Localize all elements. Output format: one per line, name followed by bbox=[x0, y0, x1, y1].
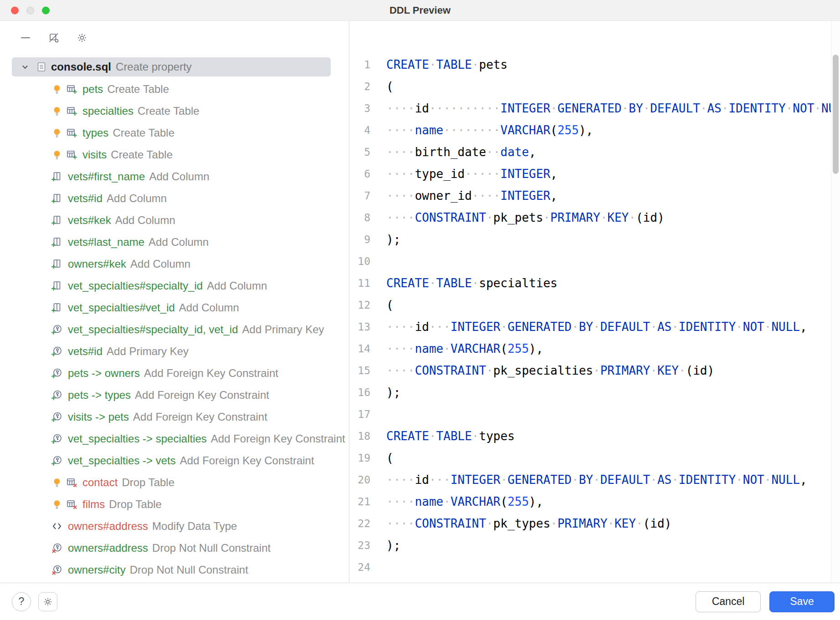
footer-left: ? bbox=[12, 592, 57, 611]
cancel-button[interactable]: Cancel bbox=[696, 591, 761, 612]
footer-settings-button[interactable] bbox=[38, 592, 57, 611]
minimize-panel-button[interactable] bbox=[17, 30, 34, 46]
tree-item[interactable]: vet_specialties#specialty_id, vet_idAdd … bbox=[0, 319, 349, 340]
tree-item-action: Create Table bbox=[111, 148, 173, 161]
tree-item-action: Drop Table bbox=[122, 476, 174, 489]
line-number: 12 bbox=[349, 299, 370, 311]
code-area: 1CREATE·TABLE·pets2(3····id··········INT… bbox=[349, 54, 840, 578]
tree-item-name: contact bbox=[82, 476, 118, 489]
tree-item[interactable]: owners#addressDrop Not Null Constraint bbox=[0, 537, 349, 559]
code-line: 23); bbox=[349, 534, 840, 556]
tree-item[interactable]: visitsCreate Table bbox=[0, 144, 349, 166]
gear-icon bbox=[76, 32, 88, 44]
column-add-icon bbox=[51, 302, 63, 314]
changes-tree: console.sql Create property petsCreate T… bbox=[0, 55, 349, 583]
column-add-icon bbox=[51, 236, 63, 248]
tree-item-action: Create Table bbox=[107, 83, 169, 96]
save-button[interactable]: Save bbox=[769, 591, 835, 612]
key-add-icon bbox=[51, 324, 63, 335]
panel-toolbar bbox=[0, 21, 349, 55]
traffic-lights bbox=[11, 6, 50, 14]
tree-item-name: owners#city bbox=[68, 564, 126, 576]
tree-item-action: Add Foreign Key Constraint bbox=[211, 432, 345, 445]
tree-item-action: Drop Not Null Constraint bbox=[152, 542, 271, 554]
tree-item[interactable]: vet_specialties -> specialtiesAdd Foreig… bbox=[0, 428, 349, 450]
tree-item[interactable]: owners#cityDrop Not Null Constraint bbox=[0, 559, 349, 581]
tree-item[interactable]: petsCreate Table bbox=[0, 78, 349, 100]
column-add-icon bbox=[51, 214, 63, 226]
code-text: ····name·VARCHAR(255), bbox=[386, 342, 543, 356]
tree-item-action: Create Table bbox=[113, 127, 174, 139]
close-button[interactable] bbox=[11, 6, 19, 14]
code-line: 11CREATE·TABLE·specialties bbox=[349, 272, 840, 294]
line-number: 15 bbox=[349, 365, 370, 376]
tree-root-console-sql[interactable]: console.sql Create property bbox=[12, 57, 331, 76]
tree-item-name: vet_specialties#vet_id bbox=[68, 301, 175, 314]
table-add-icon bbox=[66, 127, 77, 139]
tree-item-action: Add Foreign Key Constraint bbox=[144, 367, 278, 380]
key-add-icon bbox=[51, 367, 63, 379]
tree-item-name: pets -> types bbox=[68, 389, 131, 401]
tree-item-name: vets#id bbox=[68, 345, 102, 358]
line-number: 4 bbox=[349, 124, 370, 136]
line-number: 7 bbox=[349, 190, 370, 202]
scrollbar-thumb[interactable] bbox=[833, 55, 839, 174]
tree-item-name: vet_specialties -> specialties bbox=[68, 432, 207, 445]
key-add-icon bbox=[51, 433, 63, 445]
line-number: 17 bbox=[349, 408, 370, 420]
tree-item[interactable]: owners#addressModify Data Type bbox=[0, 515, 349, 537]
tree-item-action: Add Foreign Key Constraint bbox=[180, 454, 314, 467]
tree-root-label: console.sql bbox=[51, 61, 111, 73]
tree-item-name: types bbox=[82, 127, 108, 139]
tree-item[interactable]: pets -> ownersAdd Foreign Key Constraint bbox=[0, 362, 349, 384]
tree-item[interactable]: contactDrop Table bbox=[0, 472, 349, 493]
tree-item[interactable]: vets#last_nameAdd Column bbox=[0, 231, 349, 253]
tree-item[interactable]: vet_specialties#specialty_idAdd Column bbox=[0, 275, 349, 297]
line-number: 10 bbox=[349, 255, 370, 267]
ddl-editor[interactable]: 1CREATE·TABLE·pets2(3····id··········INT… bbox=[349, 21, 840, 583]
code-text: ····id··········INTEGER·GENERATED·BY·DEF… bbox=[386, 102, 840, 115]
zoom-button[interactable] bbox=[42, 6, 50, 14]
code-line: 4····name········VARCHAR(255), bbox=[349, 119, 840, 141]
tree-items: petsCreate TablespecialtiesCreate Tablet… bbox=[0, 78, 349, 581]
panel-settings-button[interactable] bbox=[74, 30, 90, 46]
tree-item[interactable]: vet_specialties -> vetsAdd Foreign Key C… bbox=[0, 450, 349, 472]
tree-item-action: Add Column bbox=[115, 214, 175, 227]
tree-item[interactable]: vet_specialties#vet_idAdd Column bbox=[0, 297, 349, 319]
code-text: CREATE·TABLE·specialties bbox=[386, 276, 558, 290]
line-number: 11 bbox=[349, 277, 370, 289]
titlebar: DDL Preview bbox=[0, 0, 840, 21]
code-line: 22····CONSTRAINT·pk_types·PRIMARY·KEY·(i… bbox=[349, 513, 840, 534]
line-number: 14 bbox=[349, 343, 370, 355]
code-line: 9); bbox=[349, 229, 840, 250]
tree-item[interactable]: vets#idAdd Primary Key bbox=[0, 340, 349, 362]
tree-item-name: vets#last_name bbox=[68, 236, 144, 249]
tree-item[interactable]: typesCreate Table bbox=[0, 122, 349, 144]
code-text: ····CONSTRAINT·pk_specialties·PRIMARY·KE… bbox=[386, 364, 714, 377]
tree-item-action: Create Table bbox=[138, 105, 200, 117]
tree-item[interactable]: vets#first_nameAdd Column bbox=[0, 166, 349, 188]
table-add-icon bbox=[66, 105, 77, 117]
intention-bulb-icon bbox=[51, 149, 63, 161]
tree-item[interactable]: specialtiesCreate Table bbox=[0, 100, 349, 122]
line-number: 22 bbox=[349, 518, 370, 529]
window-title: DDL Preview bbox=[389, 5, 451, 16]
tree-item[interactable]: pets -> typesAdd Foreign Key Constraint bbox=[0, 384, 349, 406]
tree-item[interactable]: filmsDrop Table bbox=[0, 493, 349, 515]
tree-item-name: pets bbox=[82, 83, 103, 96]
line-number: 2 bbox=[349, 81, 370, 92]
preview-toggle-button[interactable] bbox=[46, 30, 62, 46]
table-add-icon bbox=[66, 83, 77, 95]
chevron-down-icon[interactable] bbox=[19, 61, 31, 73]
intention-bulb-icon bbox=[51, 477, 63, 488]
tree-item-action: Add Column bbox=[107, 192, 167, 205]
tree-item[interactable]: vets#idAdd Column bbox=[0, 188, 349, 209]
tree-item[interactable]: visits -> petsAdd Foreign Key Constraint bbox=[0, 406, 349, 428]
code-text: CREATE·TABLE·pets bbox=[386, 58, 507, 71]
help-button[interactable]: ? bbox=[12, 592, 31, 611]
code-text: ); bbox=[386, 386, 400, 399]
tree-item[interactable]: vets#kekAdd Column bbox=[0, 209, 349, 231]
tree-item-action: Add Column bbox=[130, 258, 190, 270]
tree-item[interactable]: owners#kekAdd Column bbox=[0, 253, 349, 275]
footer: ? Cancel Save bbox=[0, 583, 840, 620]
